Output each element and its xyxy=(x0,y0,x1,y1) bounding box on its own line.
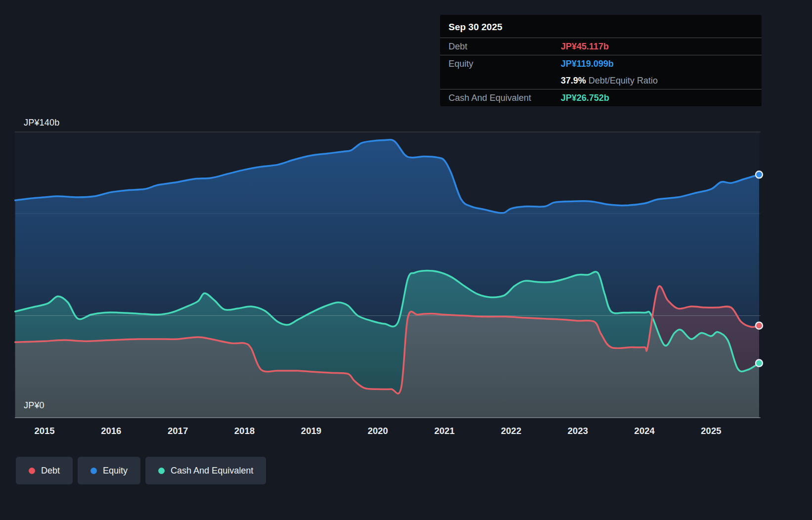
tooltip-debt-value: JP¥45.117b xyxy=(561,41,609,52)
tooltip-ratio-row: 37.9% Debt/Equity Ratio xyxy=(440,72,762,89)
tooltip-date: Sep 30 2025 xyxy=(440,15,762,38)
x-tick-2015: 2015 xyxy=(34,426,54,436)
chart-legend: DebtEquityCash And Equivalent xyxy=(16,457,266,484)
chart-tooltip: Sep 30 2025 Debt JP¥45.117b Equity JP¥11… xyxy=(440,15,762,106)
tooltip-debt-label: Debt xyxy=(449,41,561,52)
y-axis-label-top: JP¥140b xyxy=(24,118,59,128)
legend-label: Equity xyxy=(103,466,128,476)
tooltip-ratio-percent: 37.9% xyxy=(561,76,586,86)
x-tick-2025: 2025 xyxy=(701,426,721,436)
x-tick-2018: 2018 xyxy=(234,426,255,436)
cash-and-equivalent-legend-dot-icon xyxy=(158,468,165,474)
tooltip-debt-row: Debt JP¥45.117b xyxy=(440,38,762,55)
legend-item-debt[interactable]: Debt xyxy=(16,457,73,484)
legend-item-equity[interactable]: Equity xyxy=(78,457,140,484)
x-tick-2024: 2024 xyxy=(634,426,655,436)
debt-end-marker[interactable] xyxy=(756,322,763,329)
chart-panel: { "tooltip": { "date": "Sep 30 2025", "d… xyxy=(0,0,812,520)
equity-end-marker[interactable] xyxy=(756,171,763,178)
x-tick-2019: 2019 xyxy=(301,426,321,436)
tooltip-equity-label: Equity xyxy=(449,58,561,70)
tooltip-cash-row: Cash And Equivalent JP¥26.752b xyxy=(440,89,762,106)
y-axis-label-bottom: JP¥0 xyxy=(24,400,45,411)
legend-label: Debt xyxy=(41,466,60,476)
tooltip-ratio-value: 37.9% Debt/Equity Ratio xyxy=(561,75,658,87)
tooltip-ratio-label: Debt/Equity Ratio xyxy=(586,76,658,86)
tooltip-cash-label: Cash And Equivalent xyxy=(449,92,561,104)
x-tick-2017: 2017 xyxy=(168,426,188,436)
legend-label: Cash And Equivalent xyxy=(171,466,253,476)
cash-and-equivalent-end-marker[interactable] xyxy=(756,360,763,367)
tooltip-equity-value: JP¥119.099b xyxy=(561,58,614,70)
x-tick-2022: 2022 xyxy=(501,426,521,436)
x-tick-2016: 2016 xyxy=(101,426,121,436)
x-tick-2021: 2021 xyxy=(434,426,454,436)
debt-legend-dot-icon xyxy=(29,468,35,474)
x-tick-2023: 2023 xyxy=(568,426,588,436)
tooltip-cash-value: JP¥26.752b xyxy=(561,92,609,104)
x-tick-2020: 2020 xyxy=(367,426,388,436)
legend-item-cash-and-equivalent[interactable]: Cash And Equivalent xyxy=(145,457,266,484)
equity-legend-dot-icon xyxy=(90,468,97,474)
tooltip-equity-row: Equity JP¥119.099b xyxy=(440,55,762,72)
